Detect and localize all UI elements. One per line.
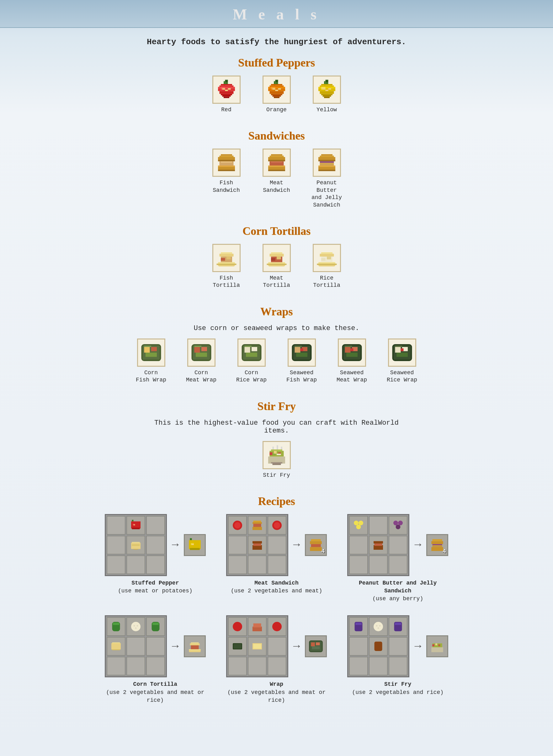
meat-sandwich-output: 4	[305, 534, 327, 556]
red-pepper-label: Red	[221, 106, 231, 113]
svg-rect-66	[320, 163, 334, 166]
svg-rect-92	[317, 264, 336, 265]
svg-rect-86	[271, 258, 275, 261]
corn-tortilla-craft: →	[105, 615, 206, 677]
svg-rect-202	[152, 623, 159, 625]
svg-rect-130	[350, 348, 353, 351]
corn-tortilla-grid	[105, 615, 167, 677]
meat-tortilla-icon-box	[262, 244, 291, 272]
craft-cell	[228, 657, 247, 675]
craft-cell	[107, 617, 126, 636]
svg-rect-109	[196, 353, 207, 357]
pbj-sandwich-recipe-label: Peanut Butter and Jelly Sandwich (use an…	[346, 579, 449, 603]
svg-rect-225	[356, 623, 362, 625]
svg-rect-145	[274, 451, 276, 454]
svg-rect-128	[346, 353, 358, 357]
svg-rect-196	[113, 623, 119, 625]
pbj-sandwich-icon-box	[313, 149, 341, 177]
svg-point-186	[396, 525, 401, 529]
svg-rect-13	[228, 88, 231, 90]
svg-rect-151	[281, 447, 282, 450]
svg-rect-156	[134, 525, 135, 525]
stir-fry-grid	[347, 615, 409, 677]
seaweed-rice-wrap-label: SeaweedRice Wrap	[387, 369, 417, 384]
recipe-corn-tortilla: → Corn Tortilla (use 2 vegetables and me…	[104, 615, 207, 704]
stir-fry-craft: →	[347, 615, 448, 677]
svg-rect-171	[253, 521, 261, 522]
stir-fry-icon-box	[262, 441, 291, 469]
item-fish-sandwich: FishSandwich	[208, 149, 245, 209]
craft-cell	[369, 637, 388, 656]
yellow-pepper-icon-box	[313, 76, 341, 104]
svg-rect-190	[431, 547, 443, 551]
svg-rect-160	[132, 544, 140, 546]
svg-rect-2	[225, 83, 228, 84]
craft-cell	[146, 555, 165, 574]
svg-rect-43	[328, 88, 331, 90]
craft-arrow: →	[172, 640, 179, 653]
svg-rect-213	[253, 624, 261, 628]
fish-sandwich-label: FishSandwich	[213, 179, 240, 194]
svg-rect-237	[436, 644, 437, 645]
svg-rect-47	[218, 170, 235, 172]
svg-rect-56	[268, 170, 285, 172]
svg-rect-149	[272, 447, 274, 450]
svg-rect-22	[269, 91, 284, 94]
stuffed-pepper-grid	[105, 514, 167, 576]
svg-point-197	[131, 622, 141, 631]
svg-point-227	[376, 625, 378, 627]
craft-cell	[107, 637, 126, 656]
svg-rect-189	[374, 541, 383, 544]
craft-arrow: →	[172, 539, 179, 551]
item-seaweed-fish-wrap: SeaweedFish Wrap	[283, 339, 321, 384]
stir-fry-recipe-label: Stir Fry (use 2 vegetables and rice)	[352, 680, 444, 696]
svg-rect-150	[276, 445, 278, 450]
svg-rect-194	[432, 539, 442, 541]
svg-point-229	[378, 628, 379, 629]
svg-point-173	[274, 522, 280, 529]
item-yellow-pepper: Yellow	[308, 76, 346, 113]
svg-rect-52	[221, 154, 232, 156]
svg-point-198	[134, 625, 135, 627]
svg-rect-96	[327, 256, 331, 259]
svg-rect-107	[194, 347, 200, 353]
item-rice-tortilla: RiceTortilla	[308, 244, 346, 289]
svg-rect-33	[321, 84, 332, 86]
craft-cell	[228, 555, 247, 574]
craft-cell	[228, 516, 247, 535]
corn-rice-wrap-icon-box	[237, 339, 266, 367]
svg-rect-141	[272, 464, 281, 465]
svg-rect-232	[375, 642, 382, 651]
wraps-section: Wraps Use corn or seaweed wraps to make …	[104, 305, 449, 387]
seaweed-fish-wrap-icon-box	[288, 339, 316, 367]
svg-rect-70	[321, 154, 332, 156]
wraps-title: Wraps	[260, 305, 293, 318]
craft-cell	[369, 536, 388, 555]
svg-rect-121	[296, 353, 307, 357]
svg-rect-122	[295, 346, 302, 347]
svg-point-183	[356, 525, 361, 529]
craft-cell	[349, 657, 368, 675]
stir-fry-label: Stir Fry	[263, 472, 290, 479]
seaweed-meat-wrap-icon-box	[338, 339, 366, 367]
svg-rect-53	[218, 160, 235, 162]
svg-rect-123	[300, 348, 303, 351]
corn-tortillas-title: Corn Tortillas	[242, 224, 311, 238]
craft-cell	[389, 516, 407, 535]
recipe-stir-fry: → Stir Fry (use 2 vegetables and rice)	[346, 615, 449, 704]
svg-point-167	[234, 522, 241, 529]
craft-arrow: →	[414, 640, 421, 653]
svg-rect-116	[244, 346, 252, 347]
corn-rice-wrap-label: CornRice Wrap	[236, 369, 266, 384]
svg-rect-153	[131, 521, 141, 529]
stuffed-pepper-recipe-label: Stuffed Pepper (use meat or potatoes)	[118, 579, 192, 595]
recipe-pbj-sandwich: → 4 Peanut Butter and Jelly Sandwich (us…	[346, 514, 449, 603]
svg-rect-71	[318, 160, 335, 162]
svg-rect-97	[320, 254, 334, 256]
svg-rect-82	[268, 262, 285, 264]
craft-cell	[146, 617, 165, 636]
craft-cell	[127, 516, 145, 535]
page-header: M e a l s	[0, 0, 553, 28]
svg-rect-192	[432, 544, 442, 545]
svg-rect-191	[432, 545, 442, 547]
